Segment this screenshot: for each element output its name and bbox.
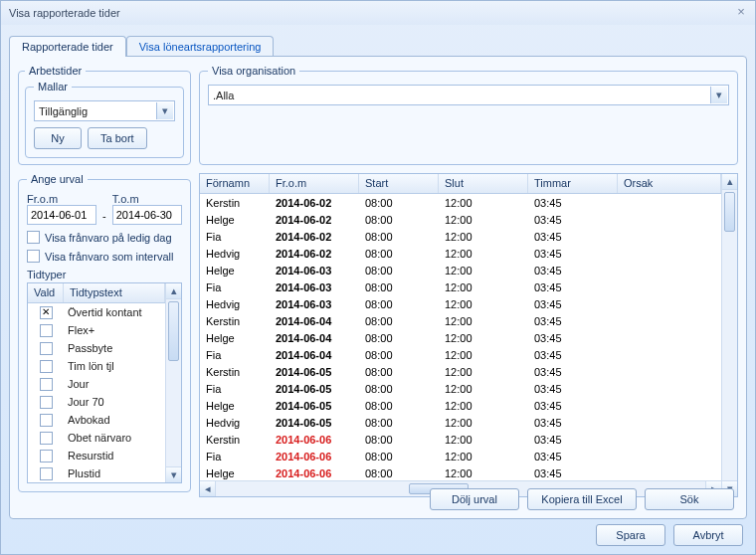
table-cell: Helge <box>200 214 270 226</box>
dolj-urval-button[interactable]: Dölj urval <box>430 488 519 510</box>
date-separator: - <box>102 197 106 222</box>
tidtyper-row[interactable]: Avbokad <box>28 411 165 429</box>
spara-button[interactable]: Spara <box>596 524 665 546</box>
tidtyper-header-text[interactable]: Tidtypstext <box>64 283 165 302</box>
legend-visa-organisation: Visa organisation <box>208 65 299 77</box>
organisation-select[interactable]: .Alla ▾ <box>208 85 729 105</box>
kopiera-excel-button[interactable]: Kopiera till Excel <box>527 488 637 510</box>
tidtyper-row[interactable]: Jour <box>28 375 165 393</box>
tidtyper-text: Avbokad <box>64 414 165 426</box>
grid-vertical-scrollbar[interactable]: ▴ ▾ <box>721 174 737 496</box>
table-cell: Hedvig <box>200 248 270 260</box>
table-row[interactable]: Fia2014-06-0608:0012:0003:45 <box>200 448 721 464</box>
scroll-down-icon[interactable]: ▾ <box>166 466 181 482</box>
tidtyper-row[interactable]: Tim lön tjl <box>28 357 165 375</box>
tidtyper-checkbox[interactable]: ✕ <box>40 306 53 319</box>
tidtyper-checkbox[interactable] <box>40 360 53 373</box>
scroll-left-icon[interactable]: ◂ <box>200 481 216 496</box>
grid-header-cell[interactable]: Orsak <box>618 174 721 193</box>
tidtyper-text: Resurstid <box>64 450 165 462</box>
table-row[interactable]: Kerstin2014-06-0208:0012:0003:45 <box>200 194 721 211</box>
sok-button[interactable]: Sök <box>645 488 734 510</box>
table-row[interactable]: Fia2014-06-0408:0012:0003:45 <box>200 346 721 363</box>
table-row[interactable]: Helge2014-06-0508:0012:0003:45 <box>200 397 721 414</box>
scroll-up-icon[interactable]: ▴ <box>722 174 737 190</box>
tidtyper-row[interactable]: Obet närvaro <box>28 429 165 447</box>
tidtyper-scrollbar[interactable]: ▴ ▾ <box>165 283 181 482</box>
table-cell: 08:00 <box>359 248 439 260</box>
checkbox-intervall-label: Visa frånvaro som intervall <box>45 251 173 263</box>
table-row[interactable]: Hedvig2014-06-0208:0012:0003:45 <box>200 245 721 262</box>
tab-rapporterade-tider[interactable]: Rapporterade tider <box>9 36 126 57</box>
table-cell: 08:00 <box>359 366 439 378</box>
table-row[interactable]: Hedvig2014-06-0308:0012:0003:45 <box>200 295 721 312</box>
table-row[interactable]: Kerstin2014-06-0508:0012:0003:45 <box>200 363 721 380</box>
table-row[interactable]: Helge2014-06-0208:0012:0003:45 <box>200 211 721 228</box>
table-cell: 08:00 <box>359 434 439 446</box>
table-cell: Fia <box>200 349 270 361</box>
tidtyper-checkbox[interactable] <box>40 342 53 355</box>
table-cell: 12:00 <box>439 214 528 226</box>
fieldset-arbetstider: Arbetstider Mallar Tillgänglig ▾ Ny Ta b… <box>18 65 191 165</box>
table-cell: 03:45 <box>528 383 618 395</box>
tidtyper-row[interactable]: Resurstid <box>28 447 165 464</box>
checkbox-row-intervall[interactable]: Visa frånvaro som intervall <box>27 250 182 263</box>
checkbox-intervall[interactable] <box>27 250 40 263</box>
table-row[interactable]: Kerstin2014-06-0608:0012:0003:45 <box>200 431 721 448</box>
avbryt-button[interactable]: Avbryt <box>673 524 743 546</box>
table-cell: 12:00 <box>439 332 528 344</box>
tidtyper-checkbox[interactable] <box>40 324 53 337</box>
tidtyper-row[interactable]: Jour 70 <box>28 393 165 411</box>
table-cell: Kerstin <box>200 366 270 378</box>
grid-header-cell[interactable]: Slut <box>439 174 528 193</box>
close-icon[interactable]: × <box>733 5 749 21</box>
tidtyper-checkbox[interactable] <box>40 396 53 409</box>
table-cell: 2014-06-02 <box>270 214 359 226</box>
table-row[interactable]: Helge2014-06-0408:0012:0003:45 <box>200 329 721 346</box>
scroll-up-icon[interactable]: ▴ <box>166 283 181 299</box>
grid-header-row: FörnamnFr.o.mStartSlutTimmarOrsak <box>200 174 721 194</box>
table-row[interactable]: Fia2014-06-0208:0012:0003:45 <box>200 228 721 245</box>
table-cell: 08:00 <box>359 197 439 209</box>
sheet-footer-buttons: Dölj urval Kopiera till Excel Sök <box>430 488 734 510</box>
grid-header-cell[interactable]: Fr.o.m <box>270 174 359 193</box>
grid-header-cell[interactable]: Timmar <box>528 174 618 193</box>
tidtyper-checkbox[interactable] <box>40 414 53 427</box>
table-cell: 08:00 <box>359 400 439 412</box>
checkbox-ledig[interactable] <box>27 231 40 244</box>
tidtyper-row[interactable]: Plustid <box>28 464 165 482</box>
table-row[interactable]: Helge2014-06-0608:0012:0003:45 <box>200 464 721 480</box>
tidtyper-checkbox[interactable] <box>40 432 53 445</box>
tidtyper-row[interactable]: ✕Övertid kontant <box>28 303 165 321</box>
tidtyper-checkbox[interactable] <box>40 467 53 480</box>
tidtyper-row[interactable]: Passbyte <box>28 339 165 357</box>
tidtyper-row[interactable]: Flex+ <box>28 321 165 339</box>
tidtyper-checkbox[interactable] <box>40 450 53 462</box>
mallar-select[interactable]: Tillgänglig ▾ <box>34 100 175 121</box>
table-cell: 03:45 <box>528 332 618 344</box>
tab-visa-loneartsrapportering[interactable]: Visa löneartsrapportering <box>126 36 275 57</box>
table-row[interactable]: Hedvig2014-06-0508:0012:0003:45 <box>200 414 721 431</box>
table-cell: 12:00 <box>439 248 528 260</box>
table-row[interactable]: Helge2014-06-0308:0012:0003:45 <box>200 262 721 278</box>
ta-bort-button[interactable]: Ta bort <box>88 127 147 149</box>
grid-header-cell[interactable]: Start <box>359 174 439 193</box>
tidtyper-checkbox[interactable] <box>40 378 53 391</box>
table-row[interactable]: Kerstin2014-06-0408:0012:0003:45 <box>200 312 721 329</box>
table-cell: 03:45 <box>528 265 618 277</box>
table-cell: 2014-06-04 <box>270 315 359 327</box>
to-date-input[interactable] <box>112 205 182 225</box>
table-cell: 03:45 <box>528 197 618 209</box>
scrollbar-thumb[interactable] <box>168 301 179 361</box>
table-row[interactable]: Fia2014-06-0508:0012:0003:45 <box>200 380 721 397</box>
tidtyper-header-vald[interactable]: Vald <box>28 283 64 302</box>
from-date-input[interactable] <box>27 205 96 225</box>
table-cell: 2014-06-03 <box>270 265 359 277</box>
table-cell: 12:00 <box>439 197 528 209</box>
scrollbar-thumb[interactable] <box>724 192 735 232</box>
grid-header-cell[interactable]: Förnamn <box>200 174 270 193</box>
ny-button[interactable]: Ny <box>34 127 82 149</box>
table-cell: Fia <box>200 451 270 462</box>
checkbox-row-ledig[interactable]: Visa frånvaro på ledig dag <box>27 231 182 244</box>
table-row[interactable]: Fia2014-06-0308:0012:0003:45 <box>200 278 721 295</box>
